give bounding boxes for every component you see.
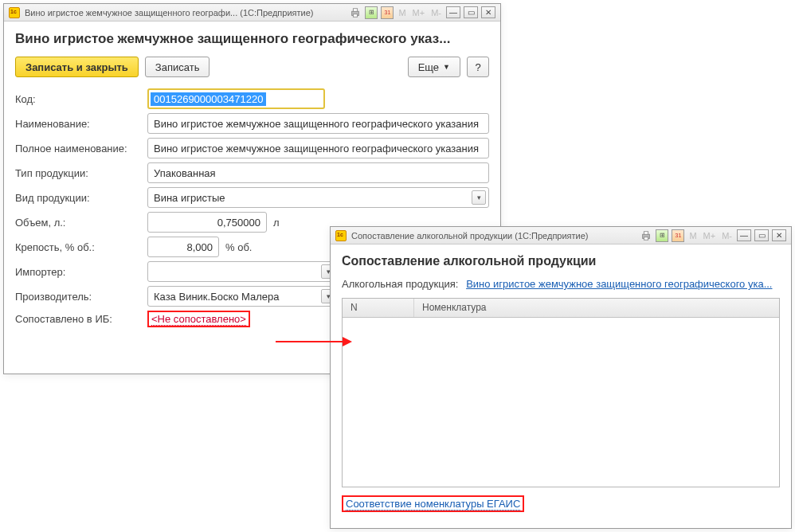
volume-input[interactable]: 0,750000 xyxy=(147,212,267,233)
column-header-item[interactable]: Номенклатура xyxy=(414,299,779,317)
product-type-input[interactable]: Упакованная xyxy=(147,162,489,183)
calendar-icon[interactable]: 31 xyxy=(672,229,684,242)
importer-select[interactable]: ▾ xyxy=(147,261,339,282)
alco-product-row: Алкогольная продукция: Вино игристое жем… xyxy=(342,278,780,290)
label-fullname: Полное наименование: xyxy=(15,143,147,155)
svg-rect-1 xyxy=(354,8,358,11)
label-matched: Сопоставлено в ИБ: xyxy=(15,313,147,325)
producer-select[interactable]: Каза Виник.Боско Малера ▾ xyxy=(147,286,339,307)
titlebar-win1: Вино игристое жемчужное защищенного геог… xyxy=(4,4,500,22)
write-button[interactable]: Записать xyxy=(145,57,210,77)
label-strength: Крепость, % об.: xyxy=(15,241,147,253)
logo-1c-icon xyxy=(9,7,20,18)
footer-link-row: Соответствие номенклатуры ЕГАИС xyxy=(342,495,780,512)
lookup-icon[interactable]: ▾ xyxy=(472,190,486,205)
titlebar-win2: Сопоставление алкогольной продукции (1С:… xyxy=(331,227,791,244)
print-icon[interactable] xyxy=(640,229,652,242)
mem-mplus[interactable]: M+ xyxy=(703,231,716,241)
page-title: Сопоставление алкогольной продукции xyxy=(342,254,780,268)
egais-mapping-link[interactable]: Соответствие номенклатуры ЕГАИС xyxy=(346,498,520,510)
producer-value: Каза Виник.Боско Малера xyxy=(154,291,280,303)
print-icon[interactable] xyxy=(349,6,362,19)
nomenclature-table: N Номенклатура xyxy=(342,298,780,487)
mem-mminus[interactable]: M- xyxy=(431,8,441,18)
chevron-down-icon: ▼ xyxy=(443,63,450,71)
column-header-n[interactable]: N xyxy=(343,299,414,317)
calendar-icon[interactable]: 31 xyxy=(381,6,394,19)
calculator-icon[interactable]: ⊞ xyxy=(365,6,378,19)
code-input[interactable]: 0015269000003471220 xyxy=(147,88,325,109)
highlight-egais-link: Соответствие номенклатуры ЕГАИС xyxy=(342,495,524,512)
label-producer: Производитель: xyxy=(15,291,147,303)
window-matching: Сопоставление алкогольной продукции (1С:… xyxy=(330,226,792,529)
label-product-kind: Вид продукции: xyxy=(15,192,147,204)
label-volume: Объем, л.: xyxy=(15,217,147,229)
not-matched-link[interactable]: <Не сопоставлено> xyxy=(151,313,246,326)
strength-unit: % об. xyxy=(225,241,252,253)
more-label: Еще xyxy=(418,61,439,73)
code-value: 0015269000003471220 xyxy=(151,92,266,106)
fullname-input[interactable]: Вино игристое жемчужное защищенного геог… xyxy=(147,138,489,158)
product-kind-select[interactable]: Вина игристые ▾ xyxy=(147,187,489,208)
logo-1c-icon xyxy=(335,230,347,241)
name-input[interactable]: Вино игристое жемчужное защищенного геог… xyxy=(147,113,489,134)
win2-body: Сопоставление алкогольной продукции Алко… xyxy=(331,244,791,523)
mem-mminus[interactable]: M- xyxy=(722,231,732,241)
label-code: Код: xyxy=(15,93,147,105)
minimize-icon[interactable]: — xyxy=(737,229,751,241)
label-name: Наименование: xyxy=(15,118,147,130)
highlight-not-matched: <Не сопоставлено> xyxy=(147,311,250,327)
help-button[interactable]: ? xyxy=(467,57,489,77)
svg-rect-5 xyxy=(644,237,648,240)
titlebar-text: Вино игристое жемчужное защищенного геог… xyxy=(25,8,344,18)
label-importer: Импортер: xyxy=(15,266,147,278)
maximize-icon[interactable]: ▭ xyxy=(754,229,769,241)
toolbar: Записать и закрыть Записать Еще ▼ ? xyxy=(15,57,489,77)
product-kind-value: Вина игристые xyxy=(154,192,225,204)
label-alco-product: Алкогольная продукция: xyxy=(342,278,459,290)
minimize-icon[interactable]: — xyxy=(446,6,460,18)
svg-rect-4 xyxy=(644,231,648,234)
table-header: N Номенклатура xyxy=(343,299,779,318)
table-body-empty[interactable] xyxy=(343,318,779,487)
write-close-button[interactable]: Записать и закрыть xyxy=(15,57,139,77)
mem-m[interactable]: M xyxy=(689,231,696,241)
label-product-type: Тип продукции: xyxy=(15,167,147,179)
close-icon[interactable]: ✕ xyxy=(772,229,786,241)
maximize-icon[interactable]: ▭ xyxy=(464,6,478,18)
calculator-icon[interactable]: ⊞ xyxy=(656,229,668,242)
titlebar-text: Сопоставление алкогольной продукции (1С:… xyxy=(351,231,635,241)
mem-mplus[interactable]: M+ xyxy=(413,8,425,18)
mem-m[interactable]: M xyxy=(398,8,405,18)
alco-product-link[interactable]: Вино игристое жемчужное защищенного геог… xyxy=(466,278,772,290)
strength-input[interactable]: 8,000 xyxy=(147,237,219,257)
close-icon[interactable]: ✕ xyxy=(481,6,495,18)
volume-unit: л xyxy=(273,217,280,229)
more-button[interactable]: Еще ▼ xyxy=(408,57,460,77)
svg-rect-2 xyxy=(354,14,358,17)
page-title: Вино игристое жемчужное защищенного геог… xyxy=(15,31,489,47)
